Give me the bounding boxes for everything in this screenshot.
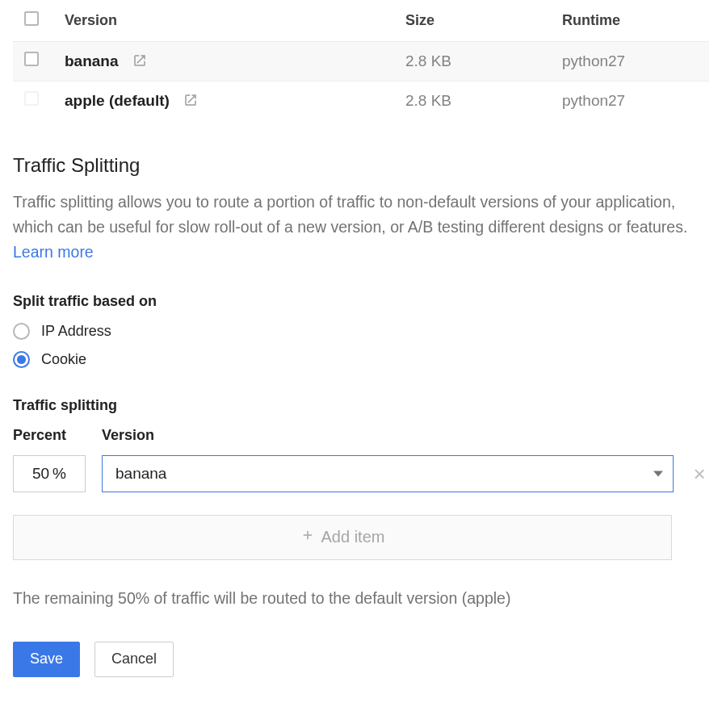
radio-label: Cookie (41, 351, 86, 368)
row-checkbox[interactable] (24, 91, 39, 106)
radio-icon (13, 323, 30, 340)
traffic-split-row: 50 % banana × (13, 455, 709, 492)
version-name: banana (65, 52, 119, 69)
radio-ip-address[interactable]: IP Address (13, 323, 709, 340)
add-item-label: Add item (321, 528, 385, 546)
version-column-header: Version (102, 427, 674, 444)
form-actions: Save Cancel (13, 642, 709, 677)
save-button[interactable]: Save (13, 642, 80, 677)
version-size: 2.8 KB (405, 41, 562, 81)
add-item-button[interactable]: Add item (13, 515, 672, 560)
select-all-checkbox[interactable] (24, 11, 39, 26)
table-row[interactable]: banana 2.8 KB python27 (13, 41, 709, 81)
external-link-icon[interactable] (183, 92, 198, 109)
section-description-text: Traffic splitting allows you to route a … (13, 193, 687, 236)
percent-input[interactable]: 50 % (13, 455, 86, 492)
version-runtime: python27 (562, 41, 709, 81)
learn-more-link[interactable]: Learn more (13, 243, 94, 261)
split-basis-label: Split traffic based on (13, 293, 709, 310)
version-select[interactable]: banana (102, 455, 674, 492)
col-size-header: Size (405, 0, 562, 41)
radio-label: IP Address (41, 323, 111, 340)
remaining-traffic-note: The remaining 50% of traffic will be rou… (13, 589, 709, 608)
row-checkbox[interactable] (24, 52, 39, 66)
versions-table: Version Size Runtime banana 2.8 KB pytho… (13, 0, 709, 120)
radio-cookie[interactable]: Cookie (13, 351, 709, 368)
plus-icon (300, 528, 315, 546)
version-runtime: python27 (562, 81, 709, 120)
radio-icon (13, 351, 30, 368)
percent-value: 50 (32, 465, 49, 483)
chevron-down-icon (653, 465, 663, 483)
version-select-value: banana (115, 465, 166, 483)
version-size: 2.8 KB (405, 81, 562, 120)
remove-row-button[interactable]: × (690, 463, 709, 484)
section-title: Traffic Splitting (13, 154, 709, 177)
section-description: Traffic splitting allows you to route a … (13, 190, 707, 266)
traffic-splitting-label: Traffic splitting (13, 397, 709, 414)
table-row[interactable]: apple (default) 2.8 KB python27 (13, 81, 709, 120)
percent-unit: % (52, 465, 66, 483)
external-link-icon[interactable] (132, 52, 147, 69)
col-version-header: Version (65, 0, 405, 41)
cancel-button[interactable]: Cancel (94, 642, 174, 677)
percent-column-header: Percent (13, 427, 86, 444)
col-runtime-header: Runtime (562, 0, 709, 41)
table-header-row: Version Size Runtime (13, 0, 709, 41)
version-name: apple (default) (65, 92, 170, 109)
